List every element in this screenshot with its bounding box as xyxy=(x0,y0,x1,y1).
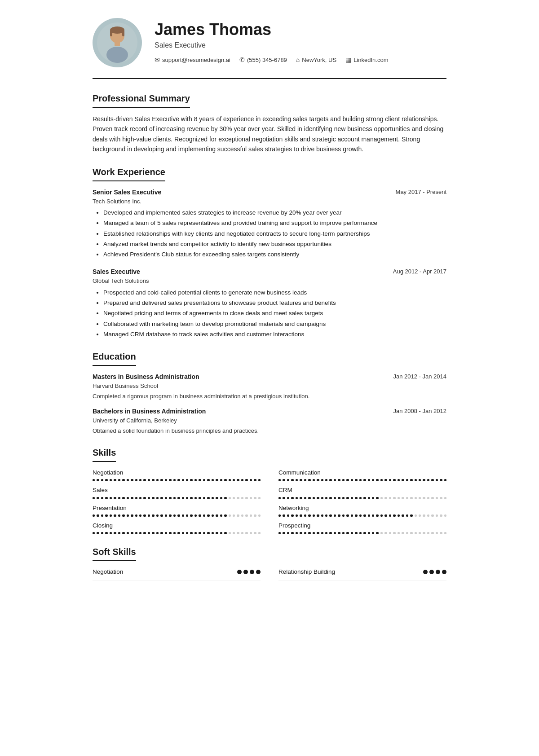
skill-seg-2-13 xyxy=(148,497,150,499)
skill-seg-2-34 xyxy=(237,497,239,499)
skill-seg-6-33 xyxy=(233,532,235,534)
skill-seg-1-19 xyxy=(359,479,362,481)
skill-bar-3 xyxy=(278,497,446,499)
skill-seg-4-18 xyxy=(169,514,171,517)
contact-linkedin: ▦ LinkedIn.com xyxy=(345,55,388,65)
skill-seg-0-39 xyxy=(258,479,261,481)
skill-seg-1-21 xyxy=(368,479,370,481)
skill-seg-0-0 xyxy=(93,479,95,481)
skill-item-4: Presentation xyxy=(93,504,261,517)
skill-item-1: Communication xyxy=(278,468,446,481)
skill-seg-3-2 xyxy=(287,497,289,499)
skill-seg-7-13 xyxy=(334,532,336,534)
skill-seg-4-19 xyxy=(173,514,176,517)
edu-date-2: Jan 2008 - Jan 2012 xyxy=(393,407,446,416)
edu-desc-2: Obtained a solid foundation in business … xyxy=(93,426,446,435)
skill-seg-3-5 xyxy=(300,497,302,499)
skill-seg-2-31 xyxy=(224,497,226,499)
professional-summary-section: Professional Summary Results-driven Sale… xyxy=(93,92,446,154)
dot-0-0 xyxy=(237,570,242,574)
skills-grid: NegotiationCommunicationSalesCRMPresenta… xyxy=(93,468,446,534)
skill-seg-6-31 xyxy=(224,532,226,534)
skill-seg-0-7 xyxy=(122,479,124,481)
skill-seg-7-21 xyxy=(368,532,370,534)
skill-label-3: CRM xyxy=(278,486,446,495)
skill-seg-6-2 xyxy=(101,532,103,534)
skill-label-6: Closing xyxy=(93,521,261,530)
svg-rect-6 xyxy=(122,30,124,36)
skill-seg-4-25 xyxy=(199,514,201,517)
skill-seg-1-5 xyxy=(300,479,302,481)
skill-seg-2-24 xyxy=(194,497,197,499)
dot-0-1 xyxy=(243,570,248,574)
skill-seg-1-10 xyxy=(321,479,323,481)
svg-rect-3 xyxy=(115,42,120,46)
skill-seg-4-12 xyxy=(143,514,146,517)
skill-seg-0-14 xyxy=(152,479,154,481)
skill-seg-7-39 xyxy=(444,532,446,534)
skill-seg-1-27 xyxy=(393,479,395,481)
job-header-2: Sales Executive Aug 2012 - Apr 2017 xyxy=(93,267,446,277)
skill-seg-0-4 xyxy=(110,479,112,481)
skill-seg-5-25 xyxy=(384,514,387,517)
skill-seg-1-36 xyxy=(431,479,433,481)
skill-seg-1-31 xyxy=(410,479,412,481)
skill-seg-4-2 xyxy=(101,514,103,517)
skill-seg-5-11 xyxy=(325,514,327,517)
skill-seg-3-36 xyxy=(431,497,433,499)
skill-seg-3-18 xyxy=(355,497,357,499)
skill-seg-0-28 xyxy=(212,479,214,481)
skill-seg-5-34 xyxy=(423,514,425,517)
skill-seg-2-9 xyxy=(131,497,133,499)
skill-seg-2-4 xyxy=(110,497,112,499)
skill-seg-4-29 xyxy=(216,514,218,517)
skill-seg-5-32 xyxy=(415,514,417,517)
skill-seg-6-3 xyxy=(105,532,107,534)
job-bullets-2: Prospected and cold-called potential cli… xyxy=(93,288,446,339)
skill-seg-5-2 xyxy=(287,514,289,517)
edu-entry-1: Masters in Business Administration Jan 2… xyxy=(93,372,446,400)
skill-seg-2-23 xyxy=(190,497,192,499)
skill-seg-2-39 xyxy=(258,497,261,499)
skill-seg-6-30 xyxy=(220,532,222,534)
skill-seg-1-7 xyxy=(308,479,310,481)
skill-bar-5 xyxy=(278,514,446,517)
skill-seg-3-7 xyxy=(308,497,310,499)
skill-seg-6-5 xyxy=(114,532,116,534)
skill-seg-7-18 xyxy=(355,532,357,534)
skill-seg-7-14 xyxy=(338,532,340,534)
dot-0-2 xyxy=(250,570,254,574)
skill-seg-0-16 xyxy=(160,479,163,481)
skill-seg-1-26 xyxy=(389,479,391,481)
skill-seg-4-26 xyxy=(203,514,205,517)
skill-seg-7-8 xyxy=(313,532,315,534)
bullet-2-3: Negotiated pricing and terms of agreemen… xyxy=(103,309,446,318)
skill-seg-0-11 xyxy=(139,479,141,481)
soft-skill-item-1: Relationship Building xyxy=(278,567,446,580)
skill-seg-6-9 xyxy=(131,532,133,534)
skill-seg-5-14 xyxy=(338,514,340,517)
soft-skill-label-1: Relationship Building xyxy=(278,567,335,576)
skill-seg-3-34 xyxy=(423,497,425,499)
skill-seg-6-25 xyxy=(199,532,201,534)
skill-seg-0-9 xyxy=(131,479,133,481)
skill-seg-3-15 xyxy=(342,497,345,499)
skill-label-5: Networking xyxy=(278,504,446,513)
skill-seg-3-37 xyxy=(436,497,438,499)
skill-seg-1-9 xyxy=(317,479,319,481)
skill-seg-1-15 xyxy=(342,479,345,481)
skill-seg-4-13 xyxy=(148,514,150,517)
skill-seg-6-28 xyxy=(212,532,214,534)
edu-degree-1: Masters in Business Administration xyxy=(93,372,199,382)
skill-seg-4-38 xyxy=(254,514,256,517)
skill-seg-7-27 xyxy=(393,532,395,534)
skill-seg-5-12 xyxy=(329,514,331,517)
skill-bar-1 xyxy=(278,479,446,481)
job-date-2: Aug 2012 - Apr 2017 xyxy=(393,267,446,276)
skill-seg-2-0 xyxy=(93,497,95,499)
skill-seg-2-21 xyxy=(182,497,184,499)
linkedin-text: LinkedIn.com xyxy=(353,56,388,65)
bullet-2-5: Managed CRM database to track sales acti… xyxy=(103,330,446,339)
skill-seg-5-33 xyxy=(419,514,421,517)
skill-seg-6-20 xyxy=(177,532,180,534)
